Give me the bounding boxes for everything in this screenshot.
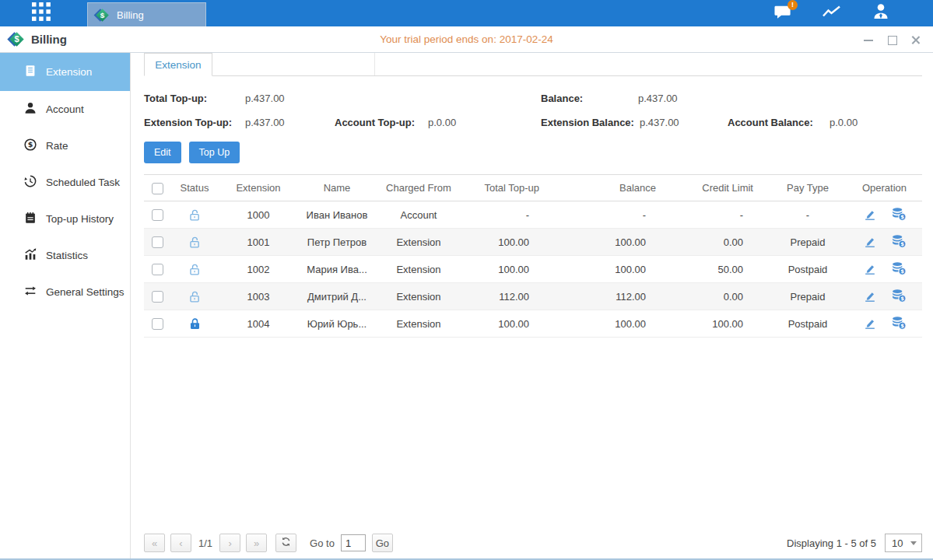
cell-total-topup: 100.00 xyxy=(461,310,555,338)
sidebar-item-account[interactable]: Account xyxy=(0,91,130,128)
edit-button[interactable]: Edit xyxy=(144,142,181,163)
goto-page-input[interactable] xyxy=(341,534,366,551)
general-settings-arrows-icon xyxy=(23,284,37,300)
resource-monitor-button[interactable] xyxy=(820,2,844,24)
cell-charged-from: Extension xyxy=(376,283,461,310)
col-extension: Extension xyxy=(219,175,298,201)
top-up-row-icon[interactable]: $ xyxy=(891,316,907,332)
cell-pay-type: Postpaid xyxy=(769,310,847,338)
maximize-icon[interactable] xyxy=(886,34,897,45)
table-row[interactable]: 1003 Дмитрий Д... Extension 112.00 112.0… xyxy=(144,283,922,310)
statistics-chart-icon xyxy=(23,247,37,264)
scheduled-task-clock-icon xyxy=(23,174,37,191)
cell-name: Юрий Юрь... xyxy=(298,310,376,338)
apps-grid-icon xyxy=(31,2,51,25)
cell-balance: 100.00 xyxy=(555,310,672,338)
refresh-button[interactable] xyxy=(275,534,296,552)
sidebar-item-statistics[interactable]: Statistics xyxy=(0,237,130,274)
row-checkbox[interactable] xyxy=(152,318,163,330)
account-balance-value: p.0.00 xyxy=(830,117,858,128)
cell-pay-type: - xyxy=(769,201,847,229)
cell-pay-type: Postpaid xyxy=(769,256,847,283)
balance-value: p.437.00 xyxy=(638,93,678,104)
row-checkbox[interactable] xyxy=(152,291,163,303)
top-up-row-icon[interactable]: $ xyxy=(891,234,907,250)
cell-total-topup: 100.00 xyxy=(461,256,555,283)
col-pay-type: Pay Type xyxy=(769,175,847,201)
sidebar-item-topup-history[interactable]: Top-up History xyxy=(0,201,130,237)
taskbar-billing-tab[interactable]: $ Billing xyxy=(87,2,206,26)
lock-open-icon xyxy=(188,235,202,247)
sidebar-item-general-settings[interactable]: General Settings xyxy=(0,274,130,310)
extension-ledger-icon xyxy=(23,64,37,80)
first-page-button[interactable]: « xyxy=(144,534,165,552)
top-up-button[interactable]: Top Up xyxy=(189,142,240,163)
row-checkbox[interactable] xyxy=(152,236,163,248)
sidebar-item-extension[interactable]: Extension xyxy=(0,53,130,91)
row-checkbox[interactable] xyxy=(152,209,163,221)
cell-extension: 1000 xyxy=(219,201,298,229)
minimize-icon[interactable] xyxy=(863,34,874,45)
window-title: Billing xyxy=(31,33,67,46)
sidebar-item-scheduled-task[interactable]: Scheduled Task xyxy=(0,164,130,201)
close-icon[interactable] xyxy=(910,34,921,45)
main-panel: Extension Total Top-up: p.437.00 Extensi… xyxy=(131,53,933,558)
last-page-button[interactable]: » xyxy=(246,534,267,552)
row-checkbox[interactable] xyxy=(152,264,163,275)
table-row[interactable]: 1004 Юрий Юрь... Extension 100.00 100.00… xyxy=(144,310,922,338)
table-row[interactable]: 1001 Петр Петров Extension 100.00 100.00… xyxy=(144,229,922,256)
cell-extension: 1001 xyxy=(219,229,298,256)
cell-credit-limit: 100.00 xyxy=(672,310,769,338)
cell-balance: 112.00 xyxy=(555,283,672,310)
billing-app-window: $ Billing ! xyxy=(0,0,933,560)
prev-page-button[interactable]: ‹ xyxy=(170,534,191,552)
cell-credit-limit: - xyxy=(672,201,769,229)
select-all-checkbox[interactable] xyxy=(152,183,163,194)
col-charged-from: Charged From xyxy=(376,175,461,201)
edit-row-icon[interactable] xyxy=(863,316,877,332)
taskbar-right-icons: ! xyxy=(771,0,933,26)
account-balance-label: Account Balance: xyxy=(728,117,830,128)
cell-credit-limit: 50.00 xyxy=(672,256,769,283)
billing-title-icon: $ xyxy=(9,32,25,47)
edit-row-icon[interactable] xyxy=(863,207,877,223)
extension-balance-value: p.437.00 xyxy=(640,117,728,128)
table-row[interactable]: 1002 Мария Ива... Extension 100.00 100.0… xyxy=(144,256,922,283)
edit-row-icon[interactable] xyxy=(863,289,877,305)
page-size-select[interactable]: 10 xyxy=(885,534,922,552)
cell-balance: 100.00 xyxy=(555,229,672,256)
cell-pay-type: Prepaid xyxy=(769,283,847,310)
tab-extension[interactable]: Extension xyxy=(144,53,212,76)
cell-balance: 100.00 xyxy=(555,256,672,283)
cell-charged-from: Account xyxy=(376,201,461,229)
extension-topup-label: Extension Top-up: xyxy=(144,117,245,128)
taskbar-tab-label: Billing xyxy=(117,9,144,21)
balance-summary: Total Top-up: p.437.00 Extension Top-up:… xyxy=(144,86,922,135)
notification-badge: ! xyxy=(787,0,798,10)
edit-row-icon[interactable] xyxy=(863,234,877,250)
top-up-row-icon[interactable]: $ xyxy=(891,289,907,305)
top-up-row-icon[interactable]: $ xyxy=(891,261,907,278)
trial-notice: Your trial period ends on: 2017-02-24 xyxy=(0,33,933,45)
edit-row-icon[interactable] xyxy=(863,261,877,278)
sidebar: Extension Account $ Rate Scheduled Task xyxy=(0,53,131,558)
total-topup-value: p.437.00 xyxy=(245,93,285,104)
user-person-icon xyxy=(872,2,890,24)
go-button[interactable]: Go xyxy=(372,534,393,552)
cell-total-topup: - xyxy=(461,201,555,229)
svg-text:$: $ xyxy=(900,323,904,329)
extensions-table: Status Extension Name Charged From Total… xyxy=(144,174,922,338)
total-topup-label: Total Top-up: xyxy=(144,93,245,104)
next-page-button[interactable]: › xyxy=(219,534,240,552)
pagination-bar: « ‹ 1/1 › » Go to xyxy=(144,534,922,552)
apps-menu-button[interactable] xyxy=(24,0,58,26)
cell-name: Петр Петров xyxy=(298,229,376,256)
cell-charged-from: Extension xyxy=(376,310,461,338)
refresh-arrows-icon xyxy=(280,536,292,550)
sidebar-item-rate[interactable]: $ Rate xyxy=(0,128,130,164)
table-row[interactable]: 1000 Иван Иванов Account - - - - xyxy=(144,201,922,229)
top-up-row-icon[interactable]: $ xyxy=(891,207,907,223)
cell-balance: - xyxy=(555,201,672,229)
user-menu-button[interactable] xyxy=(869,2,893,24)
messages-button[interactable]: ! xyxy=(771,2,794,24)
